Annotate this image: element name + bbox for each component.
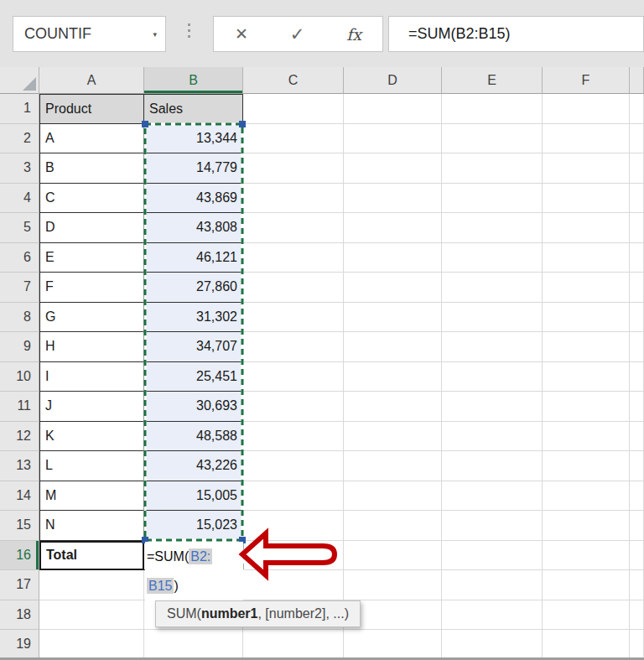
- cell-C8[interactable]: [243, 303, 344, 333]
- cell-C5[interactable]: [243, 213, 344, 243]
- cell-F5[interactable]: [543, 213, 630, 243]
- cell-B8[interactable]: 31,302: [144, 303, 243, 333]
- row-header-8[interactable]: 8: [0, 303, 39, 333]
- col-header-A[interactable]: A: [39, 67, 144, 94]
- cell-D5[interactable]: [344, 213, 442, 243]
- row-header-15[interactable]: 15: [0, 511, 39, 541]
- cell-A11[interactable]: J: [39, 392, 144, 422]
- cell-C6[interactable]: [243, 243, 344, 273]
- cell-B6[interactable]: 46,121: [144, 243, 243, 273]
- cell-E1[interactable]: [442, 94, 543, 124]
- cell-G3[interactable]: [630, 153, 644, 184]
- cell-F15[interactable]: [543, 511, 630, 541]
- cell-F17[interactable]: [543, 570, 630, 600]
- cell-E5[interactable]: [442, 213, 543, 243]
- cell-A5[interactable]: D: [39, 213, 144, 243]
- cell-D2[interactable]: [344, 124, 442, 154]
- cell-G15[interactable]: [630, 511, 644, 541]
- col-header-G[interactable]: [630, 67, 644, 94]
- cell-D10[interactable]: [344, 362, 442, 392]
- select-all-corner[interactable]: [0, 67, 39, 94]
- cell-E18[interactable]: [442, 600, 543, 631]
- cell-E2[interactable]: [442, 124, 543, 154]
- cell-B13[interactable]: 43,226: [144, 451, 243, 481]
- cell-E16[interactable]: [442, 541, 543, 571]
- cell-B9[interactable]: 34,707: [144, 332, 243, 362]
- cell-D6[interactable]: [344, 243, 442, 273]
- cell-C19[interactable]: [243, 630, 344, 660]
- name-box-dropdown-icon[interactable]: ▾: [153, 30, 157, 39]
- cell-E13[interactable]: [442, 451, 543, 481]
- cell-D1[interactable]: [344, 94, 442, 124]
- cell-A15[interactable]: N: [39, 511, 144, 541]
- cell-A7[interactable]: F: [39, 273, 144, 303]
- cell-B16-edit[interactable]: =SUM(B2: B15): [145, 542, 243, 600]
- cell-E14[interactable]: [442, 481, 543, 512]
- cell-E8[interactable]: [442, 303, 543, 333]
- cell-A12[interactable]: K: [39, 422, 144, 452]
- cell-F9[interactable]: [543, 332, 630, 362]
- cell-C17[interactable]: [243, 570, 344, 600]
- cell-D7[interactable]: [344, 273, 442, 303]
- cell-E15[interactable]: [442, 511, 543, 541]
- row-header-17[interactable]: 17: [0, 570, 39, 600]
- cell-A19[interactable]: [39, 630, 144, 660]
- row-header-7[interactable]: 7: [0, 273, 39, 303]
- cell-D16[interactable]: [344, 541, 442, 571]
- cell-E17[interactable]: [442, 570, 543, 600]
- cell-B14[interactable]: 15,005: [144, 481, 243, 512]
- cell-F7[interactable]: [543, 273, 630, 303]
- cell-C16[interactable]: [243, 541, 344, 571]
- cell-A2[interactable]: A: [39, 124, 144, 154]
- cell-G9[interactable]: [630, 332, 644, 362]
- cell-C9[interactable]: [243, 332, 344, 362]
- cell-F11[interactable]: [543, 392, 630, 422]
- cell-E9[interactable]: [442, 332, 543, 362]
- cell-B12[interactable]: 48,588: [144, 422, 243, 452]
- cell-A10[interactable]: I: [39, 362, 144, 392]
- col-header-F[interactable]: F: [543, 67, 630, 94]
- row-header-14[interactable]: 14: [0, 481, 39, 512]
- cell-B2[interactable]: 13,344: [144, 124, 243, 154]
- cell-A1[interactable]: Product: [39, 94, 144, 124]
- cell-C4[interactable]: [243, 184, 344, 214]
- row-header-3[interactable]: 3: [0, 153, 39, 184]
- cell-G7[interactable]: [630, 273, 644, 303]
- cell-D17[interactable]: [344, 570, 442, 600]
- cell-B11[interactable]: 30,693: [144, 392, 243, 422]
- cell-F4[interactable]: [543, 184, 630, 214]
- cell-F12[interactable]: [543, 422, 630, 452]
- row-header-19[interactable]: 19: [0, 630, 39, 660]
- cell-B19[interactable]: [144, 630, 243, 660]
- cell-F2[interactable]: [543, 124, 630, 154]
- cell-A17[interactable]: [39, 570, 144, 600]
- row-header-12[interactable]: 12: [0, 422, 39, 452]
- cell-F14[interactable]: [543, 481, 630, 512]
- cell-G4[interactable]: [630, 184, 644, 214]
- cell-A13[interactable]: L: [39, 451, 144, 481]
- cell-D13[interactable]: [344, 451, 442, 481]
- cell-C10[interactable]: [243, 362, 344, 392]
- cell-G5[interactable]: [630, 213, 644, 243]
- cell-D14[interactable]: [344, 481, 442, 512]
- cell-E12[interactable]: [442, 422, 543, 452]
- cell-A4[interactable]: C: [39, 184, 144, 214]
- cell-A8[interactable]: G: [39, 303, 144, 333]
- cell-C14[interactable]: [243, 481, 344, 512]
- formula-bar-drag-handle[interactable]: [188, 23, 190, 38]
- cell-D3[interactable]: [344, 153, 442, 184]
- enter-icon[interactable]: ✓: [290, 24, 305, 44]
- cell-G17[interactable]: [630, 570, 644, 600]
- cell-D8[interactable]: [344, 303, 442, 333]
- row-header-6[interactable]: 6: [0, 243, 39, 273]
- cell-B5[interactable]: 43,808: [144, 213, 243, 243]
- col-header-C[interactable]: C: [243, 67, 344, 94]
- cell-F3[interactable]: [543, 153, 630, 184]
- cell-D11[interactable]: [344, 392, 442, 422]
- cell-A6[interactable]: E: [39, 243, 144, 273]
- cell-G8[interactable]: [630, 303, 644, 333]
- cell-A14[interactable]: M: [39, 481, 144, 512]
- cell-E6[interactable]: [442, 243, 543, 273]
- cell-E7[interactable]: [442, 273, 543, 303]
- col-header-B[interactable]: B: [144, 67, 243, 94]
